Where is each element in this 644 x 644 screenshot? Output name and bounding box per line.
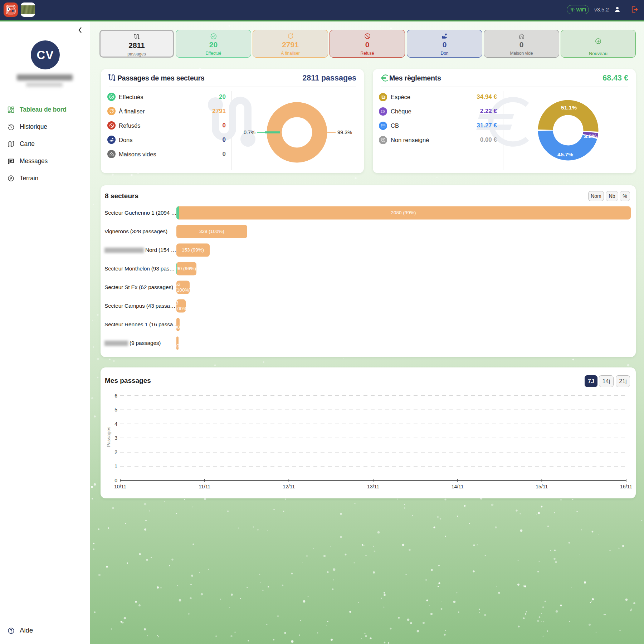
svg-text:13/11: 13/11	[367, 484, 379, 489]
svg-text:Passages: Passages	[106, 426, 111, 447]
svg-text:1: 1	[114, 463, 117, 469]
svg-text:0: 0	[114, 478, 117, 483]
svg-text:14/11: 14/11	[452, 484, 464, 489]
svg-text:6: 6	[114, 393, 117, 399]
svg-text:2: 2	[114, 449, 117, 455]
svg-text:12/11: 12/11	[283, 484, 295, 489]
svg-text:16/11: 16/11	[620, 484, 632, 489]
svg-text:3.2%: 3.2%	[584, 133, 597, 139]
svg-text:10/11: 10/11	[114, 484, 126, 489]
svg-text:99.3%: 99.3%	[337, 130, 352, 135]
svg-text:15/11: 15/11	[536, 484, 548, 489]
svg-text:3: 3	[114, 435, 117, 441]
svg-text:45.7%: 45.7%	[557, 151, 573, 157]
svg-text:4: 4	[114, 421, 117, 427]
svg-text:0.7%: 0.7%	[244, 130, 255, 135]
svg-text:11/11: 11/11	[199, 484, 210, 489]
svg-text:51.1%: 51.1%	[561, 104, 577, 111]
svg-text:5: 5	[114, 407, 117, 413]
